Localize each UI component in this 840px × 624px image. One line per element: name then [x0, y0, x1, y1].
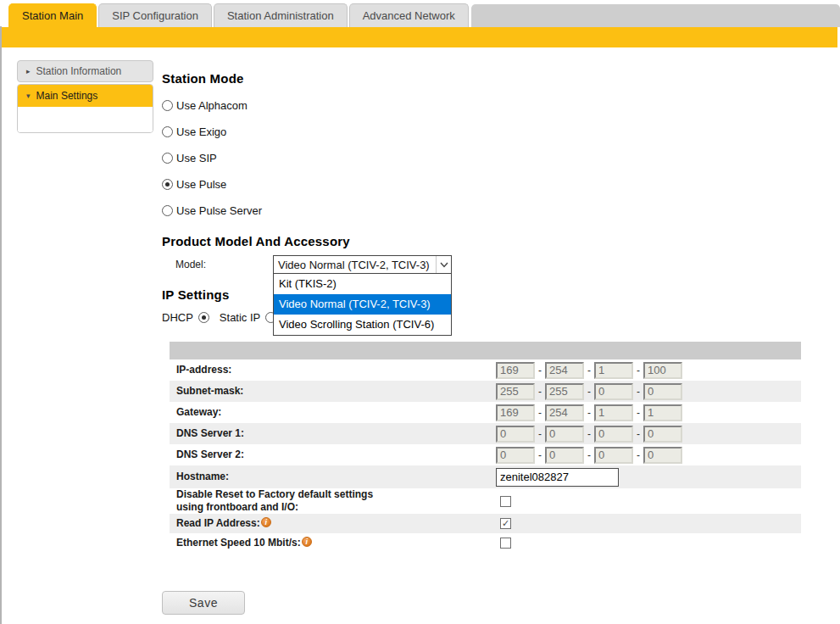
ip-octet-input [643, 447, 682, 464]
row-value: --- [496, 383, 801, 400]
row-label: Disable Reset to Factory default setting… [170, 488, 496, 514]
radio-option-use-sip: Use SIP [162, 145, 840, 171]
ip-octet-input [496, 404, 535, 421]
model-select[interactable]: Video Normal (TCIV-2, TCIV-3) [273, 255, 452, 274]
table-row-disable-reset-to-factory-default-setting: Disable Reset to Factory default setting… [170, 488, 801, 514]
tab-station-main[interactable]: Station Main [8, 3, 97, 27]
octet-separator: - [538, 428, 542, 440]
row-label: DNS Server 2: [170, 448, 496, 461]
row-label: DNS Server 1: [170, 427, 496, 440]
octet-separator: - [637, 407, 640, 419]
row-value: ✓ [496, 518, 801, 529]
octet-separator: - [587, 365, 591, 376]
row-value: --- [496, 447, 801, 464]
ip-octet-input [594, 426, 633, 443]
chevron-right-icon: ▸ [26, 67, 31, 75]
main-panel: Station Mode Use AlphacomUse ExigoUse SI… [162, 47, 840, 615]
octet-separator: - [637, 365, 640, 376]
model-option-kit-tkis-2[interactable]: Kit (TKIS-2) [274, 274, 451, 294]
radio-label-use-pulse-server: Use Pulse Server [176, 204, 262, 217]
row-value [496, 496, 801, 507]
model-select-value: Video Normal (TCIV-2, TCIV-3) [278, 259, 430, 271]
content-area: ▸ Station Information ▾ Main Settings St… [0, 47, 840, 624]
ip-octet-input [496, 383, 535, 400]
row-value: --- [496, 362, 801, 379]
row-label-text: Ethernet Speed 10 Mbit/s: [176, 537, 301, 549]
station-config-page: Station MainSIP ConfigurationStation Adm… [0, 0, 840, 624]
tab-bar-filler [471, 4, 840, 27]
radio-option-use-exigo: Use Exigo [162, 119, 840, 145]
ip-octet-input [545, 404, 584, 421]
radio-option-use-pulse: Use Pulse [162, 171, 840, 198]
row-label: IP-address: [170, 364, 496, 376]
table-row-dns-server-2: DNS Server 2:--- [170, 444, 801, 465]
table-row-read-ip-address: Read IP Address:i✓ [170, 514, 801, 533]
ip-octet-input [594, 447, 633, 464]
row-label-text: Read IP Address: [176, 517, 260, 530]
ip-settings-heading: IP Settings [162, 287, 840, 302]
tab-advanced-network[interactable]: Advanced Network [349, 3, 469, 27]
sidebar-item-station-information[interactable]: ▸ Station Information [17, 60, 153, 82]
octet-separator: - [637, 386, 640, 398]
hostname-input[interactable] [496, 468, 619, 487]
ip-octet-input [496, 362, 535, 379]
table-rows: IP-address:---Subnet-mask:---Gateway:---… [170, 359, 801, 553]
octet-separator: - [587, 449, 591, 461]
ip-octet-input [496, 426, 535, 443]
model-row: Model: Video Normal (TCIV-2, TCIV-3) Kit… [162, 255, 840, 274]
tab-bar: Station MainSIP ConfigurationStation Adm… [0, 0, 840, 27]
table-header-bar [170, 342, 801, 359]
octet-separator: - [637, 449, 640, 461]
save-button[interactable]: Save [162, 591, 245, 615]
ip-octet-input [545, 383, 584, 400]
checkbox-checked[interactable]: ✓ [500, 518, 511, 529]
ip-octet-input [545, 362, 584, 379]
sidebar: ▸ Station Information ▾ Main Settings [17, 60, 153, 133]
model-dropdown-list: Kit (TKIS-2)Video Normal (TCIV-2, TCIV-3… [273, 273, 452, 336]
ip-mode-label-dhcp: DHCP [162, 311, 193, 324]
radio-label-use-pulse: Use Pulse [176, 178, 226, 191]
table-row-dns-server-1: DNS Server 1:--- [170, 423, 801, 444]
model-option-video-scrolling-station-tciv-6[interactable]: Video Scrolling Station (TCIV-6) [274, 315, 451, 335]
info-icon[interactable]: i [261, 517, 271, 527]
row-label-text: Disable Reset to Factory default setting… [176, 488, 392, 514]
tab-station-administration[interactable]: Station Administration [214, 3, 348, 27]
ip-octet-input [643, 426, 682, 443]
sidebar-panel-main-settings: ▾ Main Settings [17, 84, 153, 133]
radio-option-use-pulse-server: Use Pulse Server [162, 198, 840, 224]
row-label-text: DNS Server 2: [176, 448, 244, 461]
octet-separator: - [637, 428, 640, 440]
table-row-hostname: Hostname: [170, 465, 801, 488]
ip-mode-label-static-ip: Static IP [220, 311, 260, 324]
tab-sip-configuration[interactable]: SIP Configuration [98, 3, 212, 27]
table-row-ethernet-speed-10-mbit-s: Ethernet Speed 10 Mbit/s:i [170, 533, 801, 553]
sidebar-item-main-settings[interactable]: ▾ Main Settings [18, 85, 153, 107]
radio-use-exigo[interactable] [162, 126, 173, 137]
ip-octet-input [643, 362, 682, 379]
row-label: Gateway: [170, 406, 496, 419]
header-band [2, 27, 837, 47]
octet-separator: - [538, 449, 542, 461]
row-label-text: Hostname: [176, 471, 229, 483]
radio-use-pulse-server[interactable] [162, 205, 173, 216]
octet-separator: - [587, 407, 591, 419]
radio-use-alphacom[interactable] [162, 100, 173, 111]
radio-use-sip[interactable] [162, 153, 173, 164]
row-label: Ethernet Speed 10 Mbit/s:i [170, 537, 496, 549]
model-option-video-normal-tciv-2-tciv-3[interactable]: Video Normal (TCIV-2, TCIV-3) [274, 294, 451, 315]
ip-octet-input [594, 383, 633, 400]
radio-dhcp[interactable] [198, 312, 209, 323]
radio-label-use-alphacom: Use Alphacom [176, 99, 248, 112]
checkbox-unchecked[interactable] [500, 538, 511, 549]
row-label-text: Gateway: [176, 406, 221, 419]
row-value [496, 538, 801, 549]
model-select-wrap: Video Normal (TCIV-2, TCIV-3) Kit (TKIS-… [273, 255, 452, 274]
radio-use-pulse[interactable] [162, 179, 173, 190]
sidebar-item-label: Station Information [36, 65, 122, 77]
table-row-gateway: Gateway:--- [170, 402, 801, 423]
table-row-ip-address: IP-address:--- [170, 359, 801, 381]
row-label: Subnet-mask: [170, 385, 496, 398]
radio-option-use-alphacom: Use Alphacom [162, 92, 840, 119]
checkbox-unchecked[interactable] [500, 496, 511, 507]
info-icon[interactable]: i [302, 537, 312, 547]
